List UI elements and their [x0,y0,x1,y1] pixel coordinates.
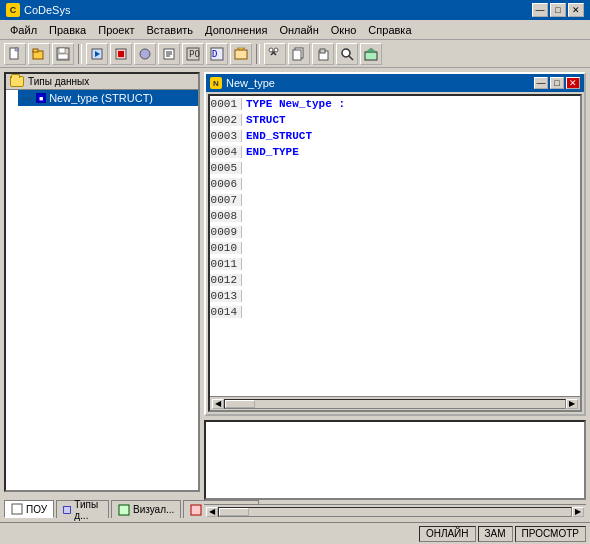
status-zam: ЗАМ [478,526,513,542]
svg-rect-19 [235,50,247,59]
scroll-right[interactable]: ▶ [566,399,578,409]
editor-close[interactable]: ✕ [566,77,580,89]
line-number: 0007 [210,194,242,206]
line-number: 0006 [210,178,242,190]
code-line: 0007 [210,192,580,208]
main-scroll-right[interactable]: ▶ [572,507,584,517]
menu-edit[interactable]: Правка [43,22,92,38]
editor-maximize[interactable]: □ [550,77,564,89]
svg-rect-31 [365,52,377,60]
struct-icon: ■ [36,93,46,103]
code-line: 0006 [210,176,580,192]
toolbar-paste[interactable] [312,43,334,65]
status-bar: ОНЛАЙН ЗАМ ПРОСМОТР [0,522,590,544]
code-lines: 0001TYPE New_type :0002STRUCT0003END_STR… [210,96,580,396]
line-number: 0011 [210,258,242,270]
menu-file[interactable]: Файл [4,22,43,38]
line-number: 0002 [210,114,242,126]
code-line: 0011 [210,256,580,272]
toolbar-btn6[interactable]: D [206,43,228,65]
toolbar-stop[interactable] [110,43,132,65]
close-button[interactable]: ✕ [568,3,584,17]
svg-point-24 [274,48,278,52]
main-scrollbar-track-h[interactable] [218,507,572,517]
tab-visual[interactable]: Визуал... [111,500,181,518]
toolbar-btn9[interactable] [360,43,382,65]
menu-insert[interactable]: Вставить [140,22,199,38]
svg-rect-35 [119,505,129,515]
menu-window[interactable]: Окно [325,22,363,38]
svg-marker-32 [366,48,376,52]
line-number: 0004 [210,146,242,158]
toolbar-compile[interactable] [86,43,108,65]
title-bar-left: C CoDeSys [6,3,70,17]
line-number: 0008 [210,210,242,222]
line-number: 0013 [210,290,242,302]
maximize-button[interactable]: □ [550,3,566,17]
toolbar-btn5[interactable]: PO [182,43,204,65]
toolbar-cut[interactable] [264,43,286,65]
svg-text:PO: PO [189,49,200,59]
scrollbar-track-h[interactable] [224,399,566,409]
toolbar-btn7[interactable] [230,43,252,65]
svg-line-30 [349,56,353,60]
svg-point-23 [269,48,273,52]
editor-title: New_type [226,77,275,89]
svg-text:D: D [212,49,217,59]
tree-header-label: Типы данных [28,76,89,87]
toolbar-save[interactable] [52,43,74,65]
toolbar-btn4[interactable] [158,43,180,65]
main-scrollbar-h[interactable]: ◀ ▶ [204,504,586,518]
svg-rect-33 [12,504,22,514]
tab-types[interactable]: Типы д... [56,500,109,518]
svg-rect-2 [33,49,38,52]
menu-help[interactable]: Справка [362,22,417,38]
toolbar-btn3[interactable] [134,43,156,65]
app-title: CoDeSys [24,4,70,16]
code-line: 0003END_STRUCT [210,128,580,144]
tree-header: Типы данных [6,74,198,90]
minimize-button[interactable]: — [532,3,548,17]
toolbar-copy[interactable] [288,43,310,65]
tree-item-label: New_type (STRUCT) [49,92,153,104]
scrollbar-thumb-h[interactable] [225,400,255,408]
line-number: 0001 [210,98,242,110]
svg-rect-5 [58,54,68,59]
tab-pou[interactable]: ПОУ [4,500,54,518]
folder-icon [10,76,24,87]
line-number: 0005 [210,162,242,174]
svg-rect-34 [64,506,71,513]
code-area: 0001TYPE New_type :0002STRUCT0003END_STR… [210,96,580,396]
main-scrollbar-thumb-h[interactable] [219,508,249,516]
editor-minimize[interactable]: — [534,77,548,89]
tree-panel: Типы данных ···· ■ New_type (STRUCT) [4,72,200,492]
scroll-left[interactable]: ◀ [212,399,224,409]
menu-extras[interactable]: Дополнения [199,22,273,38]
editor-content[interactable]: 0001TYPE New_type :0002STRUCT0003END_STR… [208,94,582,412]
menu-online[interactable]: Онлайн [273,22,324,38]
svg-rect-4 [59,48,65,53]
editor-title-bar: N New_type — □ ✕ [206,74,584,92]
svg-rect-28 [320,49,325,53]
editor-controls: — □ ✕ [534,77,580,89]
menu-bar: Файл Правка Проект Вставить Дополнения О… [0,20,590,40]
toolbar-sep1 [78,44,82,64]
menu-project[interactable]: Проект [92,22,140,38]
editor-title-left: N New_type [210,77,275,89]
toolbar-open[interactable] [28,43,50,65]
code-line: 0009 [210,224,580,240]
toolbar-btn8[interactable] [336,43,358,65]
editor-scrollbar-h[interactable]: ◀ ▶ [210,396,580,410]
line-number: 0010 [210,242,242,254]
tree-item-new-type[interactable]: ···· ■ New_type (STRUCT) [18,90,198,106]
toolbar-new[interactable] [4,43,26,65]
tab-types-label: Типы д... [74,499,102,521]
code-line: 0001TYPE New_type : [210,96,580,112]
left-panel: Типы данных ···· ■ New_type (STRUCT) ПОУ… [4,72,200,518]
code-line: 0005 [210,160,580,176]
line-number: 0014 [210,306,242,318]
main-area: Типы данных ···· ■ New_type (STRUCT) ПОУ… [0,68,590,522]
code-line: 0010 [210,240,580,256]
line-content: END_TYPE [242,146,299,158]
main-scroll-left[interactable]: ◀ [206,507,218,517]
